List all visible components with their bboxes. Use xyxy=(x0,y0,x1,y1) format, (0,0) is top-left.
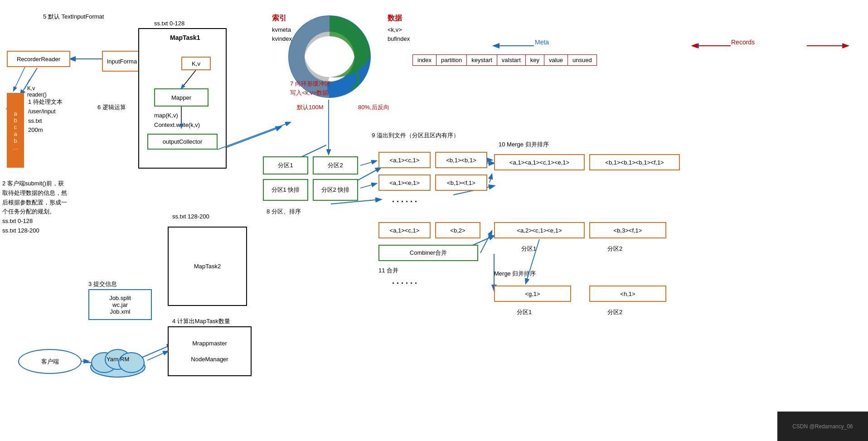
maptask1-title: MapTask1 xyxy=(170,34,200,41)
job-files-box: Job.split wc.jar Job.xml xyxy=(88,289,152,320)
mapkv-text: map(K,v)Context.write(k,v) xyxy=(154,112,200,128)
spill-row2-1-box: <a,1><e,1> xyxy=(378,174,431,191)
recorder-reader-box: RecorderReader xyxy=(7,51,70,67)
merge1-2-label: <b,1><b,1><b,1><f,1> xyxy=(605,159,664,166)
job-xml-label: Job.xml xyxy=(109,308,131,315)
step7-label: 7 向环形缓冲区写入<k,v>数据 xyxy=(290,79,330,97)
step5-label: 5 默认 TextInputFormat xyxy=(43,13,104,21)
col-value: value xyxy=(544,55,567,66)
letter-dots: ... xyxy=(13,144,18,151)
wc-jar-label: wc.jar xyxy=(109,301,131,308)
spill-row1-2-box: <b,1><b,1> xyxy=(435,152,487,168)
partition2-box: 分区2 xyxy=(313,156,358,174)
row3-2-label: <b,2> xyxy=(450,227,465,234)
step4-label: 4 计算出MapTask数量 xyxy=(172,317,230,325)
partition1-merge2-label: 分区1 xyxy=(521,245,536,253)
maptask2-label: MapTask2 xyxy=(194,263,221,270)
inputformat-label: InputForma t xyxy=(107,58,141,65)
combiner-box: Combiner合并 xyxy=(378,245,478,261)
index-label: 索引 xyxy=(272,14,286,23)
meta-records-table: index partition keystart valstart key va… xyxy=(412,54,597,66)
percent80-label: 80%,后反向 xyxy=(358,103,389,111)
kv-reader-label: K,vreader() xyxy=(27,85,47,98)
step6-label: 6 逻辑运算 xyxy=(97,103,126,111)
svg-line-37 xyxy=(147,351,168,360)
dots1: · · · · · · xyxy=(392,197,417,207)
meta-label: Meta xyxy=(535,39,549,46)
data-label: 数据 xyxy=(388,14,402,23)
svg-line-35 xyxy=(480,231,492,253)
letter-c: c xyxy=(14,124,17,131)
step9-label: 9 溢出到文件（分区且区内有序） xyxy=(372,131,459,140)
mrappmaster-label: Mrappmaster xyxy=(191,340,228,347)
job-split-label: Job.split xyxy=(109,295,131,301)
merge3-2-label: <h,1> xyxy=(620,291,635,297)
col-unsued: unsued xyxy=(568,55,597,66)
merge3-label: Merge 归并排序 xyxy=(494,270,536,278)
csdn-watermark: CSDN @Redamancy_06 xyxy=(777,412,868,441)
col-valstart: valstart xyxy=(497,55,525,66)
partition2-label: 分区2 xyxy=(328,161,343,170)
merge3-2-box: <h,1> xyxy=(589,286,666,302)
letter-a: a xyxy=(14,110,17,117)
sstxt-0128-label: ss.txt 0-128 xyxy=(154,20,184,27)
kv-box: K,v xyxy=(181,57,211,70)
step2-label: 2 客户端submit()前，获取待处理数据的信息，然后根据参数配置，形成一个任… xyxy=(2,179,95,236)
spill-row1-1-label: <a,1><c,1> xyxy=(390,157,420,164)
merge2-1-box: <a,2><c,1><e,1> xyxy=(494,222,585,238)
letter-b2: b xyxy=(14,137,17,144)
svg-line-31 xyxy=(360,161,376,165)
spill-row1-2-label: <b,1><b,1> xyxy=(446,157,476,164)
svg-line-32 xyxy=(360,184,376,188)
kv-label: K,v xyxy=(192,60,200,67)
step3-label: 3 提交信息 xyxy=(88,280,117,288)
mapper-label: Mapper xyxy=(171,94,191,101)
col-index: index xyxy=(413,55,436,66)
row3-2-box: <b,2> xyxy=(435,222,480,238)
col-partition: partition xyxy=(436,55,467,66)
output-collector-box: outputCollector xyxy=(147,134,218,150)
spill-row2-2-label: <b,1><f,1> xyxy=(447,179,475,186)
partition2-merge3-label: 分区2 xyxy=(607,308,622,316)
spill-row2-2-box: <b,1><f,1> xyxy=(435,174,487,191)
letter-a2: a xyxy=(14,131,17,137)
kvmeta-label: kvmeta xyxy=(272,26,291,33)
bufindex-label: bufindex xyxy=(388,35,410,42)
col-keystart: keystart xyxy=(467,55,497,66)
recorder-reader-label: RecorderReader xyxy=(17,56,60,63)
partition2-sort-box: 分区2 快排 xyxy=(313,179,358,201)
step8-label: 8 分区、排序 xyxy=(267,208,301,216)
merge2-1-label: <a,2><c,1><e,1> xyxy=(517,227,562,234)
partition1-label: 分区1 xyxy=(278,161,293,170)
combiner-label: Combiner合并 xyxy=(410,249,447,257)
partition2-sort-label: 分区2 快排 xyxy=(321,186,350,194)
letter-b: b xyxy=(14,117,17,124)
mapkv-label: map(K,v)Context.write(k,v) xyxy=(154,111,200,130)
partition1-sort-label: 分区1 快排 xyxy=(272,186,300,194)
partition1-merge3-label: 分区1 xyxy=(517,308,532,316)
step10-label: 10 Merge 归并排序 xyxy=(499,141,549,149)
mrappmaster-box: Mrappmaster NodeManager xyxy=(168,326,252,376)
mapper-box: Mapper xyxy=(154,88,209,107)
spill-row2-1-label: <a,1><e,1> xyxy=(389,179,420,186)
merge3-1-label: <g,1> xyxy=(525,291,540,297)
partition1-sort-box: 分区1 快排 xyxy=(263,179,308,201)
svg-line-25 xyxy=(14,67,25,91)
row3-1-label: <a,1><c,1> xyxy=(390,227,420,234)
file-bar: a b c a b ... xyxy=(7,93,24,168)
output-collector-label: outputCollector xyxy=(163,138,202,145)
step1-label: 1 待处理文本/user/inputss.txt200m xyxy=(28,97,63,135)
kv-angle-label: <k,v> xyxy=(388,26,402,33)
dots2: · · · · · · xyxy=(392,279,417,288)
step1-text: 1 待处理文本/user/inputss.txt200m xyxy=(28,98,63,133)
svg-line-29 xyxy=(218,122,290,150)
merge1-1-label: <a,1><a,1><c,1><e,1> xyxy=(509,159,569,166)
default100m-label: 默认100M xyxy=(297,103,324,111)
merge1-1-box: <a,1><a,1><c,1><e,1> xyxy=(494,154,585,170)
records-label: Records xyxy=(731,39,755,46)
svg-line-34 xyxy=(490,174,492,183)
client-oval: 客户端 xyxy=(18,349,82,374)
row3-1-box: <a,1><c,1> xyxy=(378,222,431,238)
maptask2-box: MapTask2 xyxy=(168,227,247,306)
client-label: 客户端 xyxy=(41,358,59,366)
